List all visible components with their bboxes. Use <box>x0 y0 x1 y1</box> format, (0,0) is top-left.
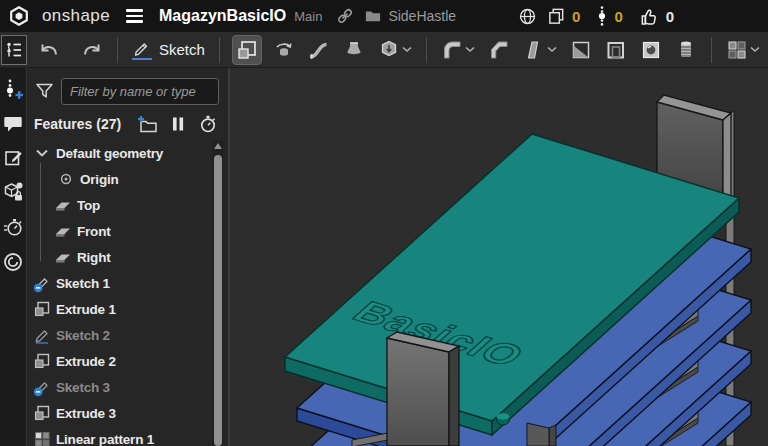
document-title: MagazynBasicIO <box>159 7 286 25</box>
shell-icon <box>605 39 627 61</box>
filter-funnel-icon[interactable] <box>34 81 55 102</box>
feature-row-origin[interactable]: Origin <box>27 166 211 192</box>
versions-history-button[interactable] <box>3 78 24 101</box>
thread-button[interactable] <box>673 37 699 63</box>
feature-row-sketch-2[interactable]: Sketch 2 <box>27 322 211 348</box>
onshape-app-window: onshape MagazynBasicIO Main SideHastle <box>0 0 768 446</box>
copies-counter-button[interactable]: 0 <box>547 7 580 26</box>
feature-tree-panel: Features (27) <box>27 68 230 446</box>
3d-scene: BasicIO <box>230 68 768 446</box>
box-lock-icon <box>2 181 24 203</box>
globe-icon <box>518 7 537 26</box>
stopwatch-icon <box>198 114 218 134</box>
rib-button[interactable] <box>568 37 594 63</box>
revolve-button[interactable] <box>271 37 297 63</box>
hole-button[interactable] <box>638 37 664 63</box>
loft-icon <box>343 39 365 61</box>
filter-input[interactable] <box>61 78 219 105</box>
feature-row-sketch-1[interactable]: Sketch 1 <box>27 270 211 296</box>
menu-icon <box>126 9 143 23</box>
redo-button[interactable] <box>78 38 105 62</box>
feature-tree-scrollbar[interactable] <box>212 140 223 446</box>
filter-row <box>27 78 228 105</box>
thicken-icon <box>378 39 400 61</box>
add-folder-button[interactable] <box>137 115 158 133</box>
toolbar-divider <box>219 37 220 63</box>
share-link-button[interactable] <box>336 7 354 25</box>
comments-button[interactable] <box>3 114 24 134</box>
draft-button[interactable] <box>521 37 559 63</box>
fillet-button[interactable] <box>439 37 477 63</box>
plane-icon <box>54 222 72 240</box>
scrollbar-thumb[interactable] <box>214 155 222 446</box>
linear-pattern-icon <box>33 430 51 446</box>
standard-content-button[interactable] <box>2 181 24 203</box>
chamfer-icon <box>488 39 510 61</box>
version-dots-icon <box>596 5 608 27</box>
feature-row-front-plane[interactable]: Front <box>27 218 211 244</box>
sketch-icon <box>33 326 51 344</box>
chevron-down-icon <box>547 46 557 53</box>
onshape-logo-icon <box>8 5 30 27</box>
toolbar-divider <box>426 37 427 63</box>
feature-row-extrude-2[interactable]: Extrude 2 <box>27 348 211 374</box>
extrude-button[interactable] <box>232 35 262 65</box>
rollback-stopwatch-button[interactable] <box>198 114 218 134</box>
chevron-down-icon <box>402 46 412 53</box>
notes-icon <box>3 147 24 168</box>
redo-icon <box>80 40 103 60</box>
tree-connector-line <box>40 163 41 261</box>
learning-center-button[interactable] <box>2 251 24 273</box>
revolve-icon <box>273 39 295 61</box>
sketch-button[interactable]: Sketch <box>130 37 207 62</box>
feature-list-toggle-button[interactable] <box>1 35 27 65</box>
likes-counter-button[interactable]: 0 <box>639 6 674 27</box>
feature-row-sketch-3[interactable]: Sketch 3 <box>27 374 211 400</box>
main-menu-button[interactable] <box>120 9 149 23</box>
left-icon-strip <box>0 68 27 446</box>
feature-row-default-geometry[interactable]: Default geometry <box>27 140 211 166</box>
feature-toolbar: Sketch <box>0 32 768 68</box>
toolbar-divider <box>117 37 118 63</box>
feature-tree: Default geometry Origin <box>27 140 211 446</box>
chevron-down-icon <box>33 144 51 162</box>
undo-button[interactable] <box>36 38 63 62</box>
front-post <box>387 332 459 446</box>
extrude-icon <box>236 39 258 61</box>
model-viewport[interactable]: BasicIO <box>230 68 768 446</box>
loft-button[interactable] <box>341 37 367 63</box>
sweep-icon <box>308 39 330 61</box>
toolbar-divider <box>711 37 712 63</box>
shell-button[interactable] <box>603 37 629 63</box>
hole-icon <box>640 39 662 61</box>
feature-list-icon <box>4 40 24 60</box>
feature-row-top-plane[interactable]: Top <box>27 192 211 218</box>
thicken-button[interactable] <box>376 37 414 63</box>
workspace-folder-button[interactable]: SideHastle <box>364 8 456 24</box>
chamfer-button[interactable] <box>486 37 512 63</box>
feature-row-extrude-1[interactable]: Extrude 1 <box>27 296 211 322</box>
versions-history-icon <box>3 78 24 101</box>
public-document-button[interactable] <box>518 7 537 26</box>
feature-row-extrude-3[interactable]: Extrude 3 <box>27 400 211 426</box>
linear-pattern-icon <box>726 39 748 61</box>
likes-count: 0 <box>666 8 674 25</box>
copies-count: 0 <box>572 8 580 25</box>
performance-button[interactable] <box>2 216 24 238</box>
sweep-button[interactable] <box>306 37 332 63</box>
fillet-icon <box>441 39 463 61</box>
scrollbar-up-arrow[interactable] <box>214 143 222 149</box>
feature-row-linear-pattern-1[interactable]: Linear pattern 1 <box>27 426 211 446</box>
undo-icon <box>38 40 61 60</box>
rib-icon <box>570 39 592 61</box>
forks-count: 0 <box>614 8 622 25</box>
feature-row-right-plane[interactable]: Right <box>27 244 211 270</box>
draft-icon <box>523 39 545 61</box>
sketch-hidden-icon <box>33 378 51 396</box>
suppress-pause-button[interactable] <box>170 115 186 133</box>
sketch-pencil-icon <box>132 39 152 60</box>
notes-button[interactable] <box>3 147 24 168</box>
branch-name[interactable]: Main <box>294 9 322 24</box>
forks-counter-button[interactable]: 0 <box>596 5 622 27</box>
linear-pattern-button[interactable] <box>724 37 762 63</box>
